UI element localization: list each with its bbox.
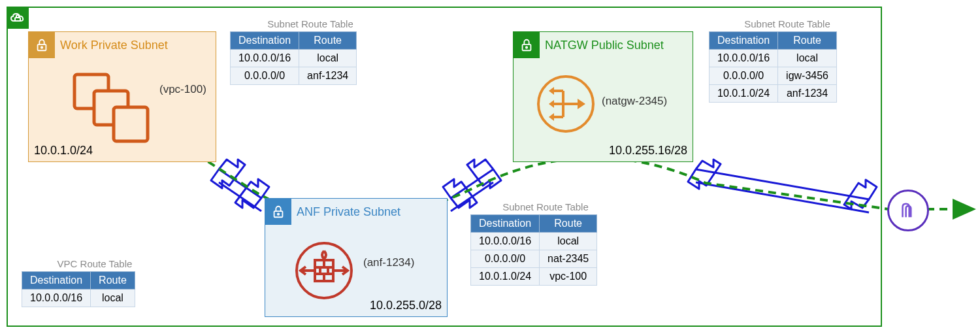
rt-cell: 0.0.0.0/0	[471, 250, 540, 268]
rt-cell: igw-3456	[778, 67, 837, 85]
rt-header-route: Route	[299, 32, 357, 50]
rt-work: DestinationRoute 10.0.0.0/16local 0.0.0.…	[230, 31, 357, 85]
rt-cell: 10.0.1.0/24	[471, 268, 540, 286]
rt-cell: 10.0.0.0/16	[231, 50, 299, 67]
rt-cell: 0.0.0.0/0	[710, 67, 778, 85]
natgw-subnet-title: NATGW Public Subnet	[545, 39, 664, 52]
rt-cell: 10.0.0.0/16	[710, 50, 778, 67]
rt-cell: anf-1234	[299, 67, 357, 85]
work-note: (vpc-100)	[159, 83, 206, 96]
rt-header-route: Route	[540, 215, 597, 233]
rt-cell: local	[540, 233, 597, 250]
anf-note: (anf-1234)	[363, 256, 414, 269]
svg-rect-0	[15, 18, 20, 21]
svg-rect-18	[523, 44, 531, 50]
rt-cell: vpc-100	[540, 268, 597, 286]
rt-header-dest: Destination	[231, 32, 299, 50]
svg-rect-1	[38, 44, 46, 50]
rt-cell: local	[91, 290, 135, 307]
lock-icon	[514, 32, 540, 58]
rt-cell: 0.0.0.0/0	[231, 67, 299, 85]
rt-cell: nat-2345	[540, 250, 597, 268]
svg-point-2	[41, 46, 42, 48]
rt-cell: anf-1234	[778, 85, 837, 103]
anf-subnet-title: ANF Private Subnet	[297, 205, 400, 219]
rt-anf-label: Subnet Route Table	[483, 201, 608, 212]
vpc-cloud-icon	[7, 7, 29, 29]
natgw-subnet: NATGW Public Subnet 10.0.255.16/28 (natg…	[513, 31, 693, 162]
work-subnet: Work Private Subnet 10.0.1.0/24 (vpc-100…	[28, 31, 216, 162]
svg-point-7	[278, 213, 279, 214]
lock-icon	[265, 199, 291, 225]
internet-gateway-icon	[887, 190, 929, 231]
rt-cell: 10.0.0.0/16	[471, 233, 540, 250]
rt-header-dest: Destination	[710, 32, 778, 50]
rt-cell: local	[299, 50, 357, 67]
rt-header-dest: Destination	[22, 272, 91, 290]
rt-anf: DestinationRoute 10.0.0.0/16local 0.0.0.…	[470, 214, 597, 286]
rt-natgw: DestinationRoute 10.0.0.0/16local 0.0.0.…	[709, 31, 837, 103]
rt-cell: 10.0.0.0/16	[22, 290, 91, 307]
svg-point-19	[526, 46, 527, 48]
natgw-subnet-cidr: 10.0.255.16/28	[609, 144, 687, 158]
work-subnet-title: Work Private Subnet	[60, 39, 168, 52]
rt-work-label: Subnet Route Table	[248, 18, 372, 29]
anf-subnet-cidr: 10.0.255.0/28	[370, 299, 442, 312]
svg-rect-6	[274, 211, 283, 217]
rt-header-dest: Destination	[471, 215, 540, 233]
natgw-note: (natgw-2345)	[602, 95, 667, 108]
rt-vpc-label: VPC Route Table	[36, 258, 154, 269]
instances-icon	[68, 68, 166, 146]
lock-icon	[29, 32, 55, 58]
anf-subnet: ANF Private Subnet 10.0.255.0/28 (anf-12…	[265, 198, 448, 317]
rt-cell: local	[778, 50, 837, 67]
rt-vpc: DestinationRoute 10.0.0.0/16local	[22, 271, 135, 307]
firewall-icon	[291, 238, 357, 303]
rt-cell: 10.0.1.0/24	[710, 85, 778, 103]
rt-header-route: Route	[91, 272, 135, 290]
natgw-icon	[533, 71, 598, 137]
rt-natgw-label: Subnet Route Table	[725, 18, 849, 29]
rt-header-route: Route	[778, 32, 837, 50]
svg-rect-5	[114, 107, 148, 141]
